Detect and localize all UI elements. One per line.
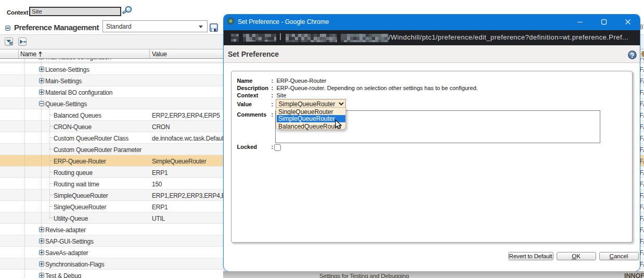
svg-text:?: ? bbox=[630, 51, 635, 59]
